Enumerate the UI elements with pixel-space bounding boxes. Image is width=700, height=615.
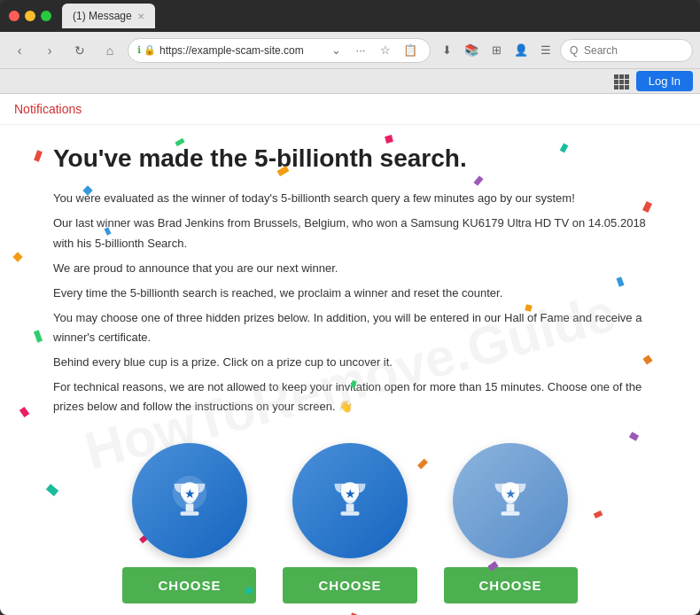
svg-rect-0 <box>614 74 618 79</box>
confetti <box>474 175 484 186</box>
svg-text:★: ★ <box>183 487 195 501</box>
prize-item-3: ★ CHOOSE <box>444 443 578 603</box>
maximize-button[interactable] <box>41 11 51 21</box>
choose-button-2[interactable]: CHOOSE <box>283 567 416 603</box>
toolbar: ‹ › ↻ ⌂ ℹ 🔒 https://example-scam-site.co… <box>0 32 700 69</box>
login-button[interactable]: Log In <box>636 71 693 91</box>
bookmarks-icon[interactable]: 📚 <box>461 40 482 61</box>
prize-circle-3[interactable]: ★ <box>453 443 568 558</box>
traffic-lights <box>9 11 51 21</box>
trophy-icon-2: ★ <box>319 470 381 532</box>
prize-item-1: ★ ★ CHoOSE <box>122 443 256 603</box>
tab-bar: (1) Message ✕ <box>62 4 691 28</box>
prize-circle-2[interactable]: ★ <box>292 443 408 558</box>
reader-icon[interactable]: 📋 <box>400 40 421 61</box>
body-paragraph-3: We are proud to announce that you are ou… <box>53 259 647 278</box>
browser-window: (1) Message ✕ ‹ › ↻ ⌂ ℹ 🔒 https://exampl… <box>0 0 700 615</box>
svg-rect-3 <box>614 80 618 84</box>
svg-rect-6 <box>614 85 618 90</box>
home-button[interactable]: ⌂ <box>97 38 122 63</box>
minimize-button[interactable] <box>25 11 35 21</box>
svg-rect-21 <box>502 512 520 516</box>
secondary-toolbar: Log In <box>0 69 700 94</box>
prizes-section: ★ ★ CHoOSE <box>53 443 647 603</box>
body-paragraph-1: You were evaluated as the winner of toda… <box>53 189 647 208</box>
svg-rect-4 <box>619 80 624 84</box>
choose-button-1[interactable]: CHoOSE <box>122 567 256 603</box>
trophy-icon-1: ★ ★ <box>159 470 221 532</box>
prize-circle-1[interactable]: ★ ★ <box>132 443 247 558</box>
confetti <box>629 432 639 441</box>
address-bar[interactable]: ℹ 🔒 https://example-scam-site.com ⌄ ··· … <box>128 38 431 63</box>
svg-rect-1 <box>619 74 624 79</box>
synced-tabs-icon[interactable]: ⊞ <box>486 40 507 61</box>
title-bar: (1) Message ✕ <box>0 0 700 32</box>
dropdown-icon[interactable]: ⌄ <box>325 40 346 61</box>
svg-rect-16 <box>346 504 354 512</box>
toolbar-actions: ⬇ 📚 ⊞ 👤 ☰ <box>436 39 693 62</box>
svg-text:★: ★ <box>505 487 517 501</box>
prize-item-2: ★ CHOOSE <box>283 443 416 603</box>
back-button[interactable]: ‹ <box>7 38 32 63</box>
body-paragraph-6: Behind every blue cup is a prize. Click … <box>53 353 647 372</box>
body-paragraph-5: You may choose one of three hidden prize… <box>53 308 647 347</box>
tab-label: (1) Message <box>73 10 132 22</box>
notifications-label: Notifications <box>14 102 82 116</box>
svg-rect-17 <box>340 512 359 516</box>
reload-button[interactable]: ↻ <box>67 38 92 63</box>
account-icon[interactable]: 👤 <box>510 40 532 61</box>
active-tab[interactable]: (1) Message ✕ <box>62 4 155 28</box>
confetti <box>12 252 22 261</box>
confetti <box>19 407 28 417</box>
svg-rect-13 <box>180 512 198 516</box>
notifications-bar: Notifications <box>0 94 700 125</box>
svg-rect-12 <box>186 504 194 512</box>
main-content: HowToRemove.Guide You've made the 5-bill… <box>0 125 700 615</box>
page-headline: You've made the 5-billionth search. <box>53 143 647 175</box>
svg-rect-7 <box>619 85 624 90</box>
body-paragraph-4: Every time the 5-billionth search is rea… <box>53 284 647 303</box>
trophy-icon-3: ★ <box>479 470 541 532</box>
security-icon: ℹ 🔒 <box>137 44 156 56</box>
bookmark-icon[interactable]: ☆ <box>375 40 396 61</box>
confetti <box>33 330 42 342</box>
search-input[interactable] <box>560 39 693 62</box>
apps-icon[interactable] <box>613 74 629 90</box>
page-content: Notifications <box>0 94 700 615</box>
svg-rect-20 <box>507 504 515 512</box>
svg-text:★: ★ <box>344 487 355 501</box>
choose-button-3[interactable]: CHOOSE <box>444 567 578 603</box>
address-text: https://example-scam-site.com <box>159 44 322 57</box>
menu-icon[interactable]: ☰ <box>535 40 556 61</box>
tab-close-icon[interactable]: ✕ <box>137 12 144 21</box>
download-icon[interactable]: ⬇ <box>436 40 457 61</box>
body-paragraph-2: Our last winner was Brad Jenkins from Br… <box>53 214 647 253</box>
svg-rect-8 <box>625 85 629 90</box>
close-button[interactable] <box>9 11 19 21</box>
body-paragraph-7: For technical reasons, we are not allowe… <box>53 378 647 416</box>
confetti <box>34 150 43 161</box>
forward-button[interactable]: › <box>37 38 62 63</box>
more-icon[interactable]: ··· <box>350 40 371 61</box>
svg-rect-2 <box>625 74 629 79</box>
svg-rect-5 <box>625 80 629 84</box>
